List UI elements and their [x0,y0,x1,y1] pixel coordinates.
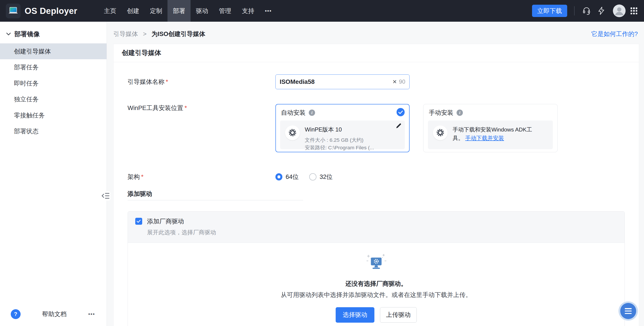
winpe-location-row: WinPE工具安装位置* 自动安装 i [128,104,625,152]
winpe-location-label: WinPE工具安装位置* [128,104,276,152]
sidebar-item-deploy-status[interactable]: 部署状态 [0,123,106,139]
info-icon[interactable]: i [309,110,315,116]
radio-32bit-circle[interactable] [309,173,316,180]
empty-drivers-illustration [364,267,388,275]
topbar-divider [574,6,574,15]
manual-install-title: 手动安装 [429,109,454,117]
vendor-drivers-empty-state: 还没有选择厂商驱动。 从可用驱动列表中选择并添加驱动文件。或者在这里手动下载并上… [128,243,625,326]
breadcrumb-separator: > [143,30,146,37]
nav-create[interactable]: 创建 [122,0,145,22]
required-mark: * [166,78,168,85]
auto-install-option-card[interactable]: 自动安装 i [276,104,410,152]
help-icon[interactable]: ? [11,309,20,319]
auto-install-details: WinPE版本 10 文件大小 : 6.25 GB (大约) 安装路径: C:\… [280,121,405,149]
architecture-label: 架构* [128,173,276,181]
chat-widget-button[interactable] [618,301,638,321]
nav-more-icon[interactable]: ••• [260,0,277,22]
how-it-works-link[interactable]: 它是如何工作的? [591,30,638,38]
winpe-gear-icon [285,126,300,140]
empty-drivers-description: 从可用驱动列表中选择并添加驱动文件。或者在这里手动下载并上传。 [136,291,616,299]
app-title: OS Deployer [25,6,77,16]
vendor-drivers-hint: 展开此选项，选择厂商驱动 [147,228,617,236]
nav-home[interactable]: 主页 [99,0,122,22]
winpe-file-size: 文件大小 : 6.25 GB (大约) [305,136,374,144]
vendor-drivers-checkbox[interactable] [135,218,142,225]
sidebar-more-icon[interactable]: ••• [88,311,95,317]
upload-drivers-button[interactable]: 上传驱动 [380,307,416,323]
top-navigation: 主页 创建 定制 部署 驱动 管理 支持 ••• [99,0,277,22]
nav-support[interactable]: 支持 [236,0,260,22]
create-boot-media-card: 创建引导媒体 引导媒体名称* ✕ 90 WinPE工具安装位 [113,44,639,326]
edit-pencil-icon[interactable] [396,123,401,130]
main-content: 引导媒体 > 为ISO创建引导媒体 它是如何工作的? 创建引导媒体 引导媒体名称… [107,22,644,326]
sidebar-item-zero-touch-tasks[interactable]: 零接触任务 [0,107,106,123]
support-headset-icon[interactable] [581,5,592,16]
nav-customize[interactable]: 定制 [145,0,168,22]
breadcrumb-parent[interactable]: 引导媒体 [113,30,138,37]
radio-32bit[interactable]: 32位 [309,173,332,181]
required-mark: * [184,104,187,111]
required-mark: * [141,173,144,180]
winpe-version: WinPE版本 10 [305,126,374,134]
manual-install-details: 手动下载和安装Windows ADK工具。 手动下载并安装 [428,121,553,149]
hamburger-menu-icon [620,303,636,319]
sidebar-footer: ? 帮助文档 ••• [0,302,106,326]
app-logo-icon [6,3,20,18]
topbar: OS Deployer 主页 创建 定制 部署 驱动 管理 支持 ••• 立即下… [0,0,644,22]
manual-install-option-card[interactable]: 手动安装 i [423,104,558,152]
sidebar-item-create-boot-media[interactable]: 创建引导媒体 [0,43,106,59]
nav-deploy[interactable]: 部署 [168,0,190,22]
sidebar-collapse-toggle-icon[interactable] [101,191,110,200]
flash-icon[interactable] [596,5,607,16]
nav-manage[interactable]: 管理 [214,0,237,22]
vendor-drivers-header: 添加厂商驱动 展开此选项，选择厂商驱动 [128,211,625,243]
adk-gear-icon [433,126,448,140]
sidebar-item-standalone-tasks[interactable]: 独立任务 [0,91,106,107]
auto-install-title: 自动安装 [281,109,306,117]
sidebar-section-title: 部署镜像 [14,30,40,38]
nav-drivers[interactable]: 驱动 [190,0,214,22]
vendor-drivers-panel: 添加厂商驱动 展开此选项，选择厂商驱动 [128,211,625,326]
user-avatar[interactable] [613,4,626,17]
radio-64bit[interactable]: 64位 [276,173,299,181]
select-drivers-button[interactable]: 选择驱动 [336,307,374,323]
winpe-install-path: 安装路径: C:\Program Files (... [305,144,374,151]
sidebar-section-deploy-image[interactable]: 部署镜像 [0,22,106,43]
sidebar: 部署镜像 创建引导媒体 部署任务 即时任务 独立任务 零接触任务 部署状态 ? … [0,22,107,326]
topbar-right: 立即下载 [532,4,644,17]
sidebar-item-deploy-tasks[interactable]: 部署任务 [0,59,106,75]
sidebar-item-instant-tasks[interactable]: 即时任务 [0,75,106,91]
download-now-button[interactable]: 立即下载 [532,5,568,17]
media-name-input-wrap: ✕ 90 [276,74,410,89]
clear-input-icon[interactable]: ✕ [392,79,397,85]
media-name-row: 引导媒体名称* ✕ 90 [128,74,625,89]
card-title: 创建引导媒体 [114,44,639,62]
help-docs-link[interactable]: 帮助文档 [42,310,67,318]
info-icon[interactable]: i [456,110,463,116]
add-drivers-section-title: 添加驱动 [128,190,304,200]
char-counter: 90 [399,78,406,85]
radio-64bit-circle[interactable] [276,173,282,180]
media-name-input[interactable] [280,78,390,85]
brand: OS Deployer [6,3,77,18]
vendor-drivers-checkbox-label: 添加厂商驱动 [147,217,184,225]
apps-grid-icon[interactable] [630,7,638,14]
chevron-down-icon [6,33,11,35]
breadcrumb-current: 为ISO创建引导媒体 [152,30,205,37]
architecture-row: 架构* 64位 32位 [128,173,625,181]
selected-check-icon [396,108,405,116]
empty-drivers-title: 还没有选择厂商驱动。 [136,280,616,288]
manual-download-link[interactable]: 手动下载并安装 [465,135,504,141]
media-name-label: 引导媒体名称* [128,78,276,86]
breadcrumb: 引导媒体 > 为ISO创建引导媒体 [113,30,205,38]
